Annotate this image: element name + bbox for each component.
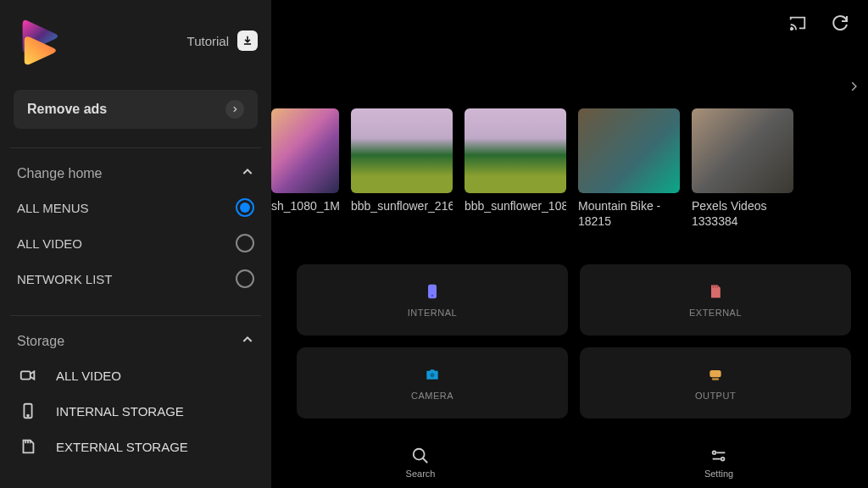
- refresh-icon[interactable]: [829, 12, 851, 34]
- chevron-up-icon: [241, 333, 254, 349]
- tutorial-label: Tutorial: [187, 34, 229, 48]
- video-row: sh_1080_1MB bbb_sunflower_2160p_60fps_no…: [271, 108, 793, 229]
- output-tile-icon: [706, 365, 725, 384]
- svg-point-14: [721, 458, 725, 461]
- phone-icon: [17, 402, 39, 420]
- app-logo: [14, 12, 71, 69]
- video-thumbnail: [465, 108, 566, 193]
- remove-ads-label: Remove ads: [27, 102, 107, 117]
- camcorder-icon: [17, 366, 39, 385]
- video-title: sh_1080_1MB: [271, 198, 339, 214]
- video-card[interactable]: Pexels Videos 1333384: [692, 108, 793, 229]
- svg-point-12: [414, 449, 425, 460]
- tile-label: OUTPUT: [695, 391, 736, 401]
- video-thumbnail: [692, 108, 793, 193]
- radio-indicator: [236, 234, 254, 252]
- svg-point-3: [791, 28, 793, 30]
- svg-rect-10: [709, 370, 721, 377]
- video-thumbnail: [578, 108, 680, 193]
- divider: [10, 147, 261, 148]
- chevron-up-icon: [241, 165, 254, 181]
- sidebar-top: Tutorial: [10, 12, 261, 69]
- bottom-navbar: Search Setting: [271, 437, 868, 488]
- tile-output[interactable]: OUTPUT: [580, 347, 851, 419]
- phone-tile-icon: [423, 282, 442, 301]
- download-icon: [237, 30, 258, 51]
- radio-network-list[interactable]: NETWORK LIST: [10, 261, 261, 297]
- sidebar: Tutorial Remove ads Change home ALL MENU…: [0, 0, 271, 488]
- change-home-header[interactable]: Change home: [10, 157, 261, 190]
- chevron-right-icon: [225, 100, 244, 119]
- radio-all-menus[interactable]: ALL MENUS: [10, 190, 261, 225]
- svg-rect-8: [717, 286, 718, 288]
- storage-tiles: INTERNAL EXTERNAL CAMERA OUTPUT: [297, 264, 851, 419]
- divider: [10, 315, 261, 316]
- change-home-title: Change home: [17, 166, 103, 181]
- svg-point-5: [431, 295, 433, 297]
- svg-point-13: [713, 452, 716, 455]
- radio-indicator: [236, 269, 254, 288]
- svg-rect-0: [21, 371, 31, 379]
- tile-external[interactable]: EXTERNAL: [580, 264, 851, 336]
- nav-search[interactable]: Search: [271, 437, 570, 488]
- radio-label: ALL MENUS: [17, 201, 88, 215]
- nav-label: Setting: [704, 469, 733, 479]
- nav-settings[interactable]: Setting: [570, 437, 868, 488]
- video-thumbnail: [271, 108, 339, 193]
- video-title: bbb_sunflower_2160p_60fps_nor: [351, 198, 453, 214]
- video-card[interactable]: sh_1080_1MB: [271, 108, 339, 229]
- camera-tile-icon: [423, 365, 442, 384]
- radio-label: ALL VIDEO: [17, 236, 82, 251]
- storage-internal[interactable]: INTERNAL STORAGE: [10, 393, 261, 429]
- svg-rect-11: [712, 378, 719, 380]
- tutorial-button[interactable]: Tutorial: [187, 30, 258, 51]
- tile-internal[interactable]: INTERNAL: [297, 264, 568, 336]
- storage-all-video[interactable]: ALL VIDEO: [10, 358, 261, 393]
- storage-label: ALL VIDEO: [56, 369, 121, 383]
- nav-label: Search: [406, 469, 436, 479]
- video-title: Mountain Bike - 18215: [578, 198, 680, 229]
- svg-rect-7: [715, 286, 715, 288]
- tile-camera[interactable]: CAMERA: [297, 347, 568, 419]
- storage-title: Storage: [17, 334, 64, 349]
- settings-icon: [709, 446, 728, 465]
- main-content: sh_1080_1MB bbb_sunflower_2160p_60fps_no…: [271, 0, 868, 488]
- sd-tile-icon: [706, 282, 725, 301]
- top-icons: [787, 12, 851, 34]
- sd-icon: [17, 437, 39, 456]
- storage-label: EXTERNAL STORAGE: [56, 440, 188, 454]
- cast-icon[interactable]: [787, 12, 809, 34]
- radio-all-video[interactable]: ALL VIDEO: [10, 225, 261, 261]
- video-card[interactable]: Mountain Bike - 18215: [578, 108, 680, 229]
- svg-rect-6: [713, 286, 714, 288]
- video-thumbnail: [351, 108, 453, 193]
- radio-label: NETWORK LIST: [17, 272, 113, 286]
- video-title: bbb_sunflower_1080p_60fps_ster: [465, 198, 566, 214]
- tile-label: EXTERNAL: [689, 308, 742, 318]
- storage-label: INTERNAL STORAGE: [56, 404, 184, 419]
- scroll-right-icon[interactable]: [848, 78, 860, 99]
- video-card[interactable]: bbb_sunflower_1080p_60fps_ster: [465, 108, 566, 229]
- video-card[interactable]: bbb_sunflower_2160p_60fps_nor: [351, 108, 453, 229]
- tile-label: CAMERA: [411, 391, 453, 401]
- radio-indicator: [236, 198, 254, 217]
- svg-point-9: [431, 373, 435, 377]
- video-title: Pexels Videos 1333384: [692, 198, 793, 229]
- storage-header[interactable]: Storage: [10, 324, 261, 358]
- remove-ads-button[interactable]: Remove ads: [14, 90, 258, 129]
- search-icon: [411, 446, 430, 465]
- svg-point-2: [27, 415, 29, 417]
- storage-external[interactable]: EXTERNAL STORAGE: [10, 429, 261, 464]
- tile-label: INTERNAL: [408, 308, 457, 318]
